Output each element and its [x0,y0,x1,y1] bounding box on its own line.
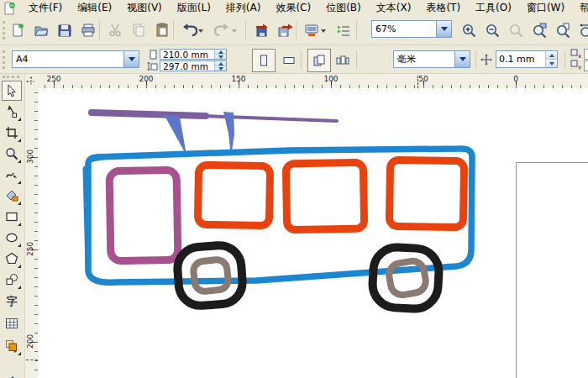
zoom-to-selection-icon [508,23,524,39]
drawing-canvas[interactable] [38,88,588,378]
hub-front [192,259,229,292]
save-button[interactable] [54,19,76,41]
paper-width-icon [148,50,158,60]
landscape-icon [282,54,296,67]
tool-table[interactable] [2,313,22,333]
undo-icon [181,23,197,38]
propbar-grip[interactable] [3,50,5,69]
wheel-front [176,244,244,307]
menu-effects[interactable]: 效果(C) [268,0,318,17]
toolbox-grip[interactable] [3,76,19,78]
all-pages-button[interactable] [307,49,331,72]
landscape-button[interactable] [277,49,301,72]
menu-table[interactable]: 表格(T) [418,0,468,17]
rectangle-tool-icon [5,210,18,223]
undo-dropdown[interactable] [197,27,205,35]
export-button[interactable] [274,19,296,41]
nudge-up[interactable] [546,51,557,60]
menu-window[interactable]: 窗口(W) [519,0,572,17]
ruler-origin[interactable] [24,74,39,89]
nudge-offset-icon [480,54,492,66]
tool-text[interactable]: 字 [2,291,22,311]
nudge-distance-value: 0.1 mm [496,54,545,65]
tool-blend[interactable] [2,336,22,356]
tool-pick[interactable] [2,81,22,101]
trolley-rod [92,113,206,116]
launcher-dropdown[interactable] [319,27,328,35]
vertical-ruler[interactable]: 300 250 200 [24,88,39,378]
welcome-screen-button[interactable] [333,19,354,41]
paper-height-icon [147,61,158,71]
zoom-to-all-objects-button[interactable] [528,19,550,41]
new-document-button[interactable] [7,19,29,41]
app-icon [3,2,16,15]
zoom-to-page-button[interactable] [552,19,574,41]
units-dropdown[interactable] [454,51,470,67]
paper-width-down[interactable] [215,55,226,59]
print-button[interactable] [77,19,99,41]
paper-width-field[interactable]: 210.0 mm [160,49,227,60]
tool-smart-fill[interactable] [2,186,22,206]
tool-ellipse[interactable] [2,228,22,248]
menu-text[interactable]: 文本(X) [369,0,419,17]
units-combobox[interactable]: 毫米 [393,50,470,68]
menu-file[interactable]: 文件(F) [21,0,70,17]
hub-rear [387,260,428,297]
paper-height-value: 297.0 mm [160,61,214,71]
menu-help[interactable]: 帮助(H) [572,0,588,17]
redo-icon [214,23,231,38]
bus-body-left-stroke [86,169,88,268]
tool-basic-shapes[interactable] [2,270,22,290]
toolbar-grip[interactable] [3,21,5,39]
cut-icon [108,23,123,38]
menu-tools[interactable]: 工具(O) [468,0,519,17]
tool-shape[interactable] [2,102,22,122]
open-button[interactable] [30,19,52,41]
zoom-out-icon [485,23,501,39]
welcome-screen-icon [336,23,351,38]
hruler-label: 250 [46,75,60,83]
zoom-to-width-icon [579,23,588,39]
paper-preset-value: A4 [13,54,123,65]
menu-view[interactable]: 视图(V) [119,0,170,17]
duplicate-distance-y-field[interactable] [584,60,588,71]
bus-drawing[interactable] [38,88,588,378]
tool-polygon[interactable] [2,249,22,269]
cut-button [104,19,126,41]
paste-button[interactable] [151,19,173,41]
ruler-origin-icon [26,76,36,87]
tool-crop[interactable] [2,123,22,143]
zoom-to-selection-button [505,19,527,41]
paper-height-down[interactable] [215,66,226,71]
tool-rectangle[interactable] [2,207,22,227]
property-bar: A4 210.0 mm 297.0 mm [0,45,588,74]
zoom-out-button[interactable] [481,19,503,41]
duplicate-distance-x-field[interactable] [584,49,588,60]
zoom-level-combobox[interactable]: 67% [371,20,452,38]
horizontal-ruler[interactable]: 250 200 150 100 50 0 [38,74,588,89]
shape-tool-icon [5,105,18,118]
paper-height-field[interactable]: 297.0 mm [160,60,227,71]
nudge-distance-field[interactable]: 0.1 mm [496,50,558,68]
zoom-in-button[interactable] [458,19,480,41]
paper-preset-combobox[interactable]: A4 [12,50,139,68]
nudge-down[interactable] [546,60,557,67]
zoom-to-width-button[interactable] [575,19,588,41]
bus-door [109,170,178,260]
hruler-mouse-marker [417,76,418,88]
portrait-button[interactable] [252,49,276,72]
tool-eyedropper[interactable] [2,367,22,378]
menu-layout[interactable]: 版面(L) [170,0,218,17]
import-button[interactable] [250,19,272,41]
tool-zoom[interactable] [2,144,22,164]
trolley-rod-tip [204,116,337,121]
current-page-button[interactable] [331,49,354,72]
svg-text:y: y [578,64,581,70]
zoom-combo-dropdown[interactable] [436,21,451,37]
menu-edit[interactable]: 编辑(E) [70,0,119,17]
menu-arrange[interactable]: 排列(A) [218,0,269,17]
paper-preset-dropdown[interactable] [123,51,139,67]
menu-bitmaps[interactable]: 位图(B) [318,0,369,17]
tool-freehand[interactable] [2,165,22,185]
eyedropper-tool-icon [5,370,18,378]
